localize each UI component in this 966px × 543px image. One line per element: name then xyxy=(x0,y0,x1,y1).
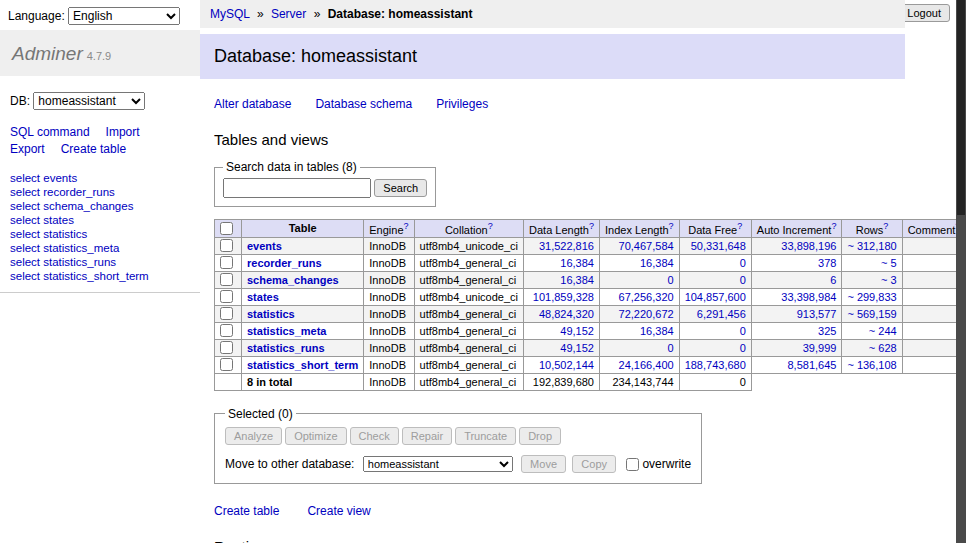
scrollbar-thumb[interactable] xyxy=(957,0,965,215)
create-table-link[interactable]: Create table xyxy=(61,142,126,156)
index-length-link[interactable]: 70,467,584 xyxy=(619,240,674,252)
auto-increment-link[interactable]: 39,999 xyxy=(803,342,837,354)
sidebar-table-name-link[interactable]: statistics_runs xyxy=(43,256,116,268)
rows-link[interactable]: ~ 569,159 xyxy=(847,308,896,320)
sidebar-table-name-link[interactable]: states xyxy=(43,214,74,226)
vertical-scrollbar[interactable] xyxy=(956,0,966,543)
database-schema-link[interactable]: Database schema xyxy=(315,97,412,111)
data-length-link[interactable]: 16,384 xyxy=(560,274,594,286)
auto-increment-link[interactable]: 325 xyxy=(818,325,836,337)
data-free-link[interactable]: 6,291,456 xyxy=(697,308,746,320)
create-view-link[interactable]: Create view xyxy=(307,504,370,518)
privileges-link[interactable]: Privileges xyxy=(436,97,488,111)
move-db-select[interactable]: homeassistant xyxy=(363,456,513,472)
row-checkbox[interactable] xyxy=(220,307,233,320)
column-help-link[interactable]: ? xyxy=(404,221,409,231)
column-help-link[interactable]: ? xyxy=(737,221,742,231)
sidebar-table-name-link[interactable]: events xyxy=(43,172,77,184)
column-help-link[interactable]: ? xyxy=(669,221,674,231)
table-select-link[interactable]: select xyxy=(10,172,40,184)
search-button[interactable]: Search xyxy=(374,179,427,197)
repair-button[interactable]: Repair xyxy=(402,427,452,445)
data-free-link[interactable]: 104,857,600 xyxy=(685,291,746,303)
data-free-link[interactable]: 188,743,680 xyxy=(685,359,746,371)
row-checkbox[interactable] xyxy=(220,290,233,303)
data-length-link[interactable]: 101,859,328 xyxy=(533,291,594,303)
sidebar-table-name-link[interactable]: statistics_short_term xyxy=(43,270,148,282)
data-free-link[interactable]: 0 xyxy=(740,325,746,337)
table-select-link[interactable]: select xyxy=(10,270,40,282)
table-select-link[interactable]: select xyxy=(10,214,40,226)
db-select[interactable]: homeassistant xyxy=(33,92,145,110)
table-name-link[interactable]: states xyxy=(247,291,279,303)
auto-increment-link[interactable]: 33,898,196 xyxy=(781,240,836,252)
table-name-link[interactable]: recorder_runs xyxy=(247,257,322,269)
table-name-link[interactable]: statistics_meta xyxy=(247,325,327,337)
table-select-link[interactable]: select xyxy=(10,186,40,198)
data-length-link[interactable]: 31,522,816 xyxy=(539,240,594,252)
sidebar-table-name-link[interactable]: recorder_runs xyxy=(43,186,115,198)
index-length-link[interactable]: 67,256,320 xyxy=(619,291,674,303)
optimize-button[interactable]: Optimize xyxy=(285,427,346,445)
auto-increment-link[interactable]: 8,581,645 xyxy=(787,359,836,371)
data-length-link[interactable]: 16,384 xyxy=(560,257,594,269)
index-length-link[interactable]: 16,384 xyxy=(640,325,674,337)
data-free-link[interactable]: 0 xyxy=(740,257,746,269)
table-select-link[interactable]: select xyxy=(10,228,40,240)
column-help-link[interactable]: ? xyxy=(831,221,836,231)
row-checkbox[interactable] xyxy=(220,324,233,337)
export-link[interactable]: Export xyxy=(10,142,45,156)
table-select-link[interactable]: select xyxy=(10,256,40,268)
table-select-link[interactable]: select xyxy=(10,242,40,254)
truncate-button[interactable]: Truncate xyxy=(455,427,516,445)
auto-increment-link[interactable]: 6 xyxy=(830,274,836,286)
table-name-link[interactable]: schema_changes xyxy=(247,274,339,286)
data-length-link[interactable]: 48,824,320 xyxy=(539,308,594,320)
search-input[interactable] xyxy=(223,178,371,198)
index-length-link[interactable]: 72,220,672 xyxy=(619,308,674,320)
data-free-link[interactable]: 0 xyxy=(740,274,746,286)
rows-link[interactable]: ~ 299,833 xyxy=(847,291,896,303)
auto-increment-link[interactable]: 913,577 xyxy=(797,308,837,320)
row-checkbox[interactable] xyxy=(220,358,233,371)
table-select-link[interactable]: select xyxy=(10,200,40,212)
row-checkbox[interactable] xyxy=(220,239,233,252)
index-length-link[interactable]: 16,384 xyxy=(640,257,674,269)
column-help-link[interactable]: ? xyxy=(883,221,888,231)
breadcrumb-server-link[interactable]: Server xyxy=(271,7,306,21)
column-help-link[interactable]: ? xyxy=(488,221,493,231)
check-button[interactable]: Check xyxy=(350,427,399,445)
table-name-link[interactable]: statistics_runs xyxy=(247,342,325,354)
index-length-link[interactable]: 0 xyxy=(668,342,674,354)
rows-link[interactable]: ~ 3 xyxy=(881,274,897,286)
language-select[interactable]: English xyxy=(68,7,180,25)
data-length-link[interactable]: 49,152 xyxy=(560,342,594,354)
table-name-link[interactable]: events xyxy=(247,240,282,252)
data-free-link[interactable]: 50,331,648 xyxy=(691,240,746,252)
breadcrumb-mysql-link[interactable]: MySQL xyxy=(210,7,250,21)
table-name-link[interactable]: statistics xyxy=(247,308,295,320)
index-length-link[interactable]: 0 xyxy=(668,274,674,286)
data-free-link[interactable]: 0 xyxy=(740,342,746,354)
sidebar-table-name-link[interactable]: statistics xyxy=(43,228,87,240)
create-table-link[interactable]: Create table xyxy=(214,504,279,518)
column-help-link[interactable]: ? xyxy=(589,221,594,231)
table-name-link[interactable]: statistics_short_term xyxy=(247,359,358,371)
row-checkbox[interactable] xyxy=(220,273,233,286)
sidebar-table-name-link[interactable]: schema_changes xyxy=(43,200,133,212)
select-all-checkbox[interactable] xyxy=(220,222,233,235)
sidebar-table-name-link[interactable]: statistics_meta xyxy=(43,242,119,254)
rows-link[interactable]: ~ 5 xyxy=(881,257,897,269)
index-length-link[interactable]: 24,166,400 xyxy=(619,359,674,371)
move-button[interactable]: Move xyxy=(521,455,566,473)
data-length-link[interactable]: 49,152 xyxy=(560,325,594,337)
analyze-button[interactable]: Analyze xyxy=(225,427,282,445)
rows-link[interactable]: ~ 312,180 xyxy=(847,240,896,252)
rows-link[interactable]: ~ 628 xyxy=(869,342,897,354)
row-checkbox[interactable] xyxy=(220,341,233,354)
auto-increment-link[interactable]: 33,398,984 xyxy=(781,291,836,303)
drop-button[interactable]: Drop xyxy=(519,427,561,445)
sql-command-link[interactable]: SQL command xyxy=(10,125,90,139)
copy-button[interactable]: Copy xyxy=(572,455,616,473)
import-link[interactable]: Import xyxy=(106,125,140,139)
